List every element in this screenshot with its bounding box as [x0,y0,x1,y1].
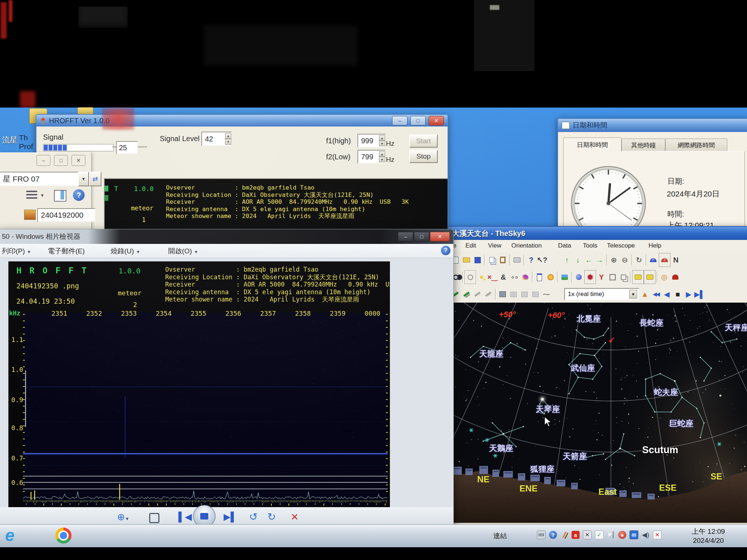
viewer-maximize-button[interactable]: □ [414,232,429,241]
night-vision-icon[interactable] [670,271,681,284]
keyboard-icon[interactable] [537,530,546,539]
daylight-icon[interactable]: ◎ [659,271,670,284]
solar-system-icon[interactable] [545,271,556,284]
viewer-help-icon[interactable]: ? [441,246,450,255]
signal-level-field[interactable]: 42 ▲▼ [201,132,232,146]
file-thumb-icon[interactable] [24,210,36,220]
double-star-icon[interactable] [476,271,487,284]
hrofft-close-button[interactable]: ✕ [429,116,444,125]
menu-print[interactable]: 列印(P) ▼ [2,246,31,256]
telescope-icon-4[interactable] [483,288,494,301]
viewer-previous-icon[interactable]: ▌◀ [178,512,192,522]
viewer-delete-icon[interactable]: ✕ [291,512,299,523]
hrofft-titlebar[interactable]: HROFFT Ver 1.0.0 – □ ✕ [36,115,448,127]
pan-down-icon[interactable]: ↓ [572,253,583,267]
viewer-close-button[interactable]: ✕ [430,232,450,241]
horizon-icon[interactable] [559,271,570,284]
image-icon-3[interactable] [530,288,541,301]
menu-tools[interactable]: Tools [583,242,597,249]
viewer-rotate-cw-icon[interactable]: ↻ [267,511,276,523]
image-link-icon[interactable] [508,288,519,301]
links-toolbar-label[interactable]: 連結 [493,531,507,541]
zoom-out-icon[interactable]: ⊖ [619,253,630,267]
coordinate-grid-icon[interactable] [584,270,596,284]
viewer-rotate-ccw-icon[interactable]: ↺ [249,511,258,523]
constellation-lines-icon[interactable]: Y [596,271,607,284]
viewer-minimize-button[interactable]: – [398,232,413,241]
volume-icon[interactable]: ◀) [642,531,650,539]
telephone-pad-icon[interactable] [644,270,655,284]
dome-z-icon[interactable]: Z [659,253,670,267]
pen-icon[interactable] [560,531,568,539]
chart-crop-icon[interactable] [607,271,618,284]
chrome-icon[interactable] [55,528,71,544]
tab-internet-time[interactable]: 網際網路時間 [665,139,727,151]
sky-chart-canvas[interactable] [449,303,747,523]
print-icon[interactable] [511,253,522,267]
desktop-icon-label-th[interactable]: Th Prof [19,133,33,151]
signal-value-field[interactable]: 25 [116,141,138,154]
list-view-dropdown-icon[interactable]: ▼ [40,193,44,198]
save-icon[interactable] [472,253,483,267]
celestial-sphere-icon[interactable] [573,271,584,284]
thesky-titlebar[interactable]: 大溪天文台 - TheSky6 [449,227,747,240]
constellation-figure-icon[interactable]: ×‿ [487,271,498,284]
menu-edit[interactable]: Edit [465,242,476,249]
paste-icon[interactable] [497,253,508,267]
play-forward-icon[interactable]: ▶ [683,288,694,301]
update-check-icon[interactable]: ✓ [595,530,604,539]
start-button[interactable]: Start [409,135,438,148]
photo-viewer-titlebar[interactable]: 50 - Windows 相片檢視器 – □ ✕ [0,229,453,244]
menu-email[interactable]: 電子郵件(E) [48,246,85,256]
help-icon[interactable]: ? [526,253,537,267]
sync-alert-icon[interactable]: ✕ [653,530,662,539]
image-icon-2[interactable] [519,288,530,301]
star-cluster-icon[interactable]: ∘∘ [509,271,520,284]
menu-orientation[interactable]: Orientation [511,242,542,249]
telescope-icon-2[interactable] [461,288,472,301]
dome-p-icon[interactable]: P [648,253,659,267]
avira-icon[interactable]: a [572,531,580,539]
time-rate-dropdown[interactable]: 1x (real time) ▼ [564,288,639,300]
f1-spinner[interactable]: ▲▼ [379,135,385,146]
mosaic-icon[interactable] [618,271,629,284]
refresh-button[interactable]: ⇄ [89,172,101,186]
tab-date-time[interactable]: 日期和時間 [563,137,622,152]
menu-open[interactable]: 開啟(O) ▼ [168,246,198,256]
ie-icon[interactable]: e [5,525,15,545]
step-back-icon[interactable]: ◀◀ [650,288,661,301]
step-forward-icon[interactable]: ▶▌ [694,288,705,301]
signal-level-spinner[interactable]: ▲▼ [225,133,231,145]
datetime-dialog-titlebar[interactable]: 日期和時間 [558,119,747,132]
viewer-next-icon[interactable]: ▶▌ [224,512,237,522]
menu-view[interactable]: View [488,242,502,249]
menu-telescope[interactable]: Telescope [607,242,635,249]
stop-time-icon[interactable]: ■ [672,288,683,301]
open-icon[interactable] [461,253,472,267]
copy-icon[interactable] [486,253,497,267]
dropdown-arrow-icon[interactable]: ▼ [629,290,637,299]
f2-field[interactable]: 799 ▲▼ [357,150,386,164]
desktop-icon-label-meteor[interactable]: 流星 [2,135,18,145]
left-window-close-button[interactable]: ✕ [71,155,85,166]
help-round-icon[interactable]: ? [73,189,85,201]
play-back-icon[interactable]: ◀ [661,288,672,301]
time-skip-icon[interactable]: ▲ [639,288,650,301]
action-center-flag-icon[interactable] [607,531,615,539]
tray-help-icon[interactable]: ? [549,531,557,539]
context-help-icon[interactable]: ↖? [537,253,547,267]
viewer-actual-size-icon[interactable] [149,513,159,523]
telephone-icon[interactable] [632,270,644,284]
hrofft-minimize-button[interactable]: – [392,116,407,125]
tray-clock[interactable]: 上午 12:09 2024/4/20 [676,527,741,545]
pan-right-icon[interactable]: → [594,253,605,267]
pan-up-icon[interactable]: ↑ [561,253,572,267]
display-icon[interactable] [630,530,638,539]
viewer-zoom-icon[interactable]: ⊕▼ [117,512,129,523]
menu-data[interactable]: Data [558,242,571,249]
hrofft-maximize-button[interactable]: □ [410,116,426,125]
zoom-in-icon[interactable]: ⊕ [608,253,619,267]
fov-circle-icon[interactable] [464,270,476,284]
sky-chart[interactable]: +50° +60° 北冕座 長蛇座 天秤座 天龍座 武仙座 蛇夫座 天琴座 巨蛇… [449,303,747,523]
rotate-view-icon[interactable]: ↻ [634,253,645,267]
